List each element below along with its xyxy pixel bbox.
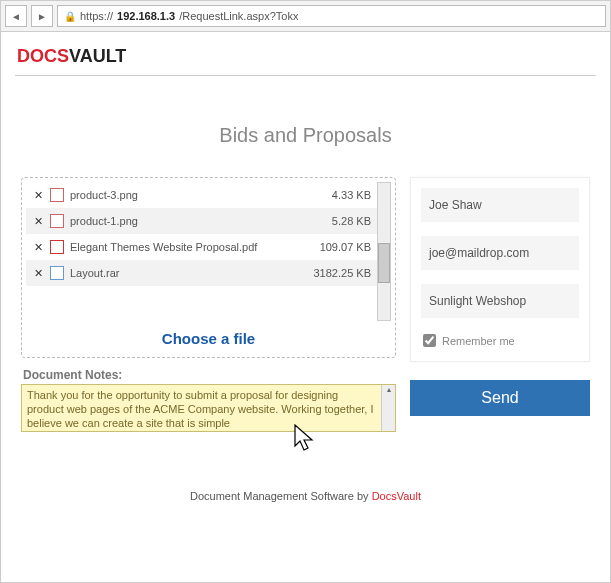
notes-scrollbar[interactable]: ▴: [381, 385, 395, 431]
forward-button[interactable]: ►: [31, 5, 53, 27]
notes-container: ▴: [21, 384, 396, 432]
file-size: 109.07 KB: [320, 241, 371, 253]
remove-file-icon[interactable]: ✕: [32, 267, 44, 280]
file-icon: [50, 266, 64, 280]
file-name: Layout.rar: [70, 267, 314, 279]
file-size: 5.28 KB: [332, 215, 371, 227]
file-row: ✕ Layout.rar 3182.25 KB: [26, 260, 377, 286]
file-size: 4.33 KB: [332, 189, 371, 201]
upload-dropzone[interactable]: ✕ product-3.png 4.33 KB ✕ product-1.png …: [21, 177, 396, 358]
remove-file-icon[interactable]: ✕: [32, 189, 44, 202]
remove-file-icon[interactable]: ✕: [32, 215, 44, 228]
url-host: 192.168.1.3: [117, 10, 175, 22]
file-name: product-3.png: [70, 189, 332, 201]
file-icon: [50, 214, 64, 228]
name-field[interactable]: Joe Shaw: [421, 188, 579, 222]
send-button[interactable]: Send: [410, 380, 590, 416]
file-row: ✕ Elegant Themes Website Proposal.pdf 10…: [26, 234, 377, 260]
browser-chrome: ◄ ► 🔒 https:// 192.168.1.3 /RequestLink.…: [1, 1, 610, 32]
app-logo: DOCSVAULT: [15, 40, 596, 76]
address-bar[interactable]: 🔒 https:// 192.168.1.3 /RequestLink.aspx…: [57, 5, 606, 27]
remove-file-icon[interactable]: ✕: [32, 241, 44, 254]
page-title: Bids and Proposals: [15, 124, 596, 147]
scroll-up-icon[interactable]: ▴: [382, 385, 395, 397]
sender-card: Joe Shaw joe@maildrop.com Sunlight Websh…: [410, 177, 590, 362]
email-field[interactable]: joe@maildrop.com: [421, 236, 579, 270]
footer: Document Management Software by DocsVaul…: [15, 490, 596, 502]
logo-part2: VAULT: [69, 46, 126, 66]
footer-link[interactable]: DocsVault: [372, 490, 421, 502]
file-list-scrollbar[interactable]: [377, 182, 391, 321]
lock-icon: 🔒: [64, 11, 76, 22]
file-row: ✕ product-3.png 4.33 KB: [26, 182, 377, 208]
remember-me[interactable]: Remember me: [421, 332, 579, 349]
file-list: ✕ product-3.png 4.33 KB ✕ product-1.png …: [26, 182, 391, 322]
back-button[interactable]: ◄: [5, 5, 27, 27]
url-prefix: https://: [80, 10, 113, 22]
file-row: ✕ product-1.png 5.28 KB: [26, 208, 377, 234]
file-icon: [50, 188, 64, 202]
url-path: /RequestLink.aspx?Tokx: [179, 10, 298, 22]
notes-label: Document Notes:: [23, 368, 396, 382]
company-field[interactable]: Sunlight Webshop: [421, 284, 579, 318]
scrollbar-thumb[interactable]: [378, 243, 390, 283]
remember-label: Remember me: [442, 335, 515, 347]
file-size: 3182.25 KB: [314, 267, 372, 279]
choose-file-button[interactable]: Choose a file: [26, 322, 391, 349]
logo-part1: DOCS: [17, 46, 69, 66]
footer-text: Document Management Software by: [190, 490, 372, 502]
file-name: product-1.png: [70, 215, 332, 227]
file-icon: [50, 240, 64, 254]
document-notes-input[interactable]: [22, 385, 381, 431]
remember-checkbox[interactable]: [423, 334, 436, 347]
file-name: Elegant Themes Website Proposal.pdf: [70, 241, 320, 253]
